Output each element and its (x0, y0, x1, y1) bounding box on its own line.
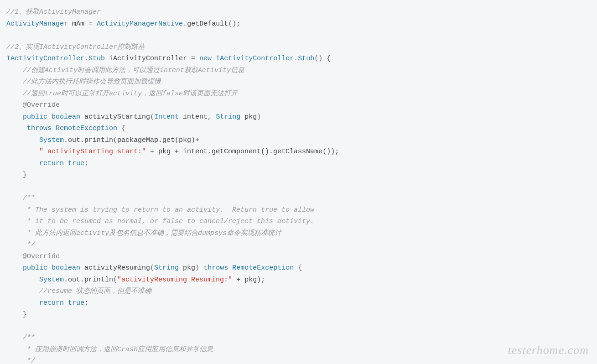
type-token: Stub (88, 55, 105, 62)
keyword-public: public (6, 113, 47, 121)
method-name: activityResuming (84, 264, 150, 272)
operator: = (191, 55, 195, 62)
type-token: ActivityManagerNative (93, 20, 183, 28)
keyword-boolean: boolean (47, 113, 84, 121)
keyword-return: return (6, 299, 64, 307)
paren: ( (150, 264, 154, 272)
javadoc-line: * 应用崩溃时回调方法，返回Crash应用应用信息和异常信息 (6, 346, 213, 354)
dot: . (183, 20, 187, 28)
brace: } (6, 171, 27, 179)
keyword-true: true (64, 299, 84, 307)
comment-line: //1、获取ActivityManager (6, 8, 101, 16)
keyword-public: public (6, 264, 47, 272)
semicolon: ; (84, 299, 88, 307)
type-token: Intent (154, 113, 179, 121)
keyword-throws: throws (6, 125, 56, 132)
paren: ( (150, 113, 154, 121)
comment-line: //resume 状态的页面，但是不准确 (6, 287, 151, 295)
paren: ) (257, 113, 261, 121)
keyword-true: true (64, 160, 84, 167)
expr: + pkg + intent.getComponent().getClassNa… (146, 148, 339, 156)
javadoc-line: * it to be resumed as normal, or false t… (6, 218, 314, 225)
param: pkg (179, 264, 195, 272)
comment-line: //此方法内执行耗时操作会导致页面加载缓慢 (6, 78, 161, 86)
string-literal: "activityResuming Resuming:" (117, 276, 232, 284)
operator: = (88, 20, 93, 28)
keyword-throws: throws (199, 264, 232, 272)
param: pkg (240, 113, 257, 121)
type-token: String (212, 113, 240, 121)
javadoc-close: */ (6, 357, 35, 364)
args: (packageMap.get(pkg)+ (113, 136, 199, 144)
method-name: activityStarting (84, 113, 150, 121)
brace: } (6, 311, 27, 318)
param: intent (179, 113, 208, 121)
dot-out: .out. (64, 136, 84, 144)
javadoc-open: /** (6, 334, 35, 342)
javadoc-line: * 此方法内返回activity及包名信息不准确，需要结合dumpsys命令实现… (6, 229, 281, 237)
type-token: IActivityController (216, 55, 294, 62)
comment-line: //返回true时可以正常打开activity，返回false时该页面无法打开 (6, 90, 238, 98)
type-token: Stub (298, 55, 314, 62)
variable: iActivityController (105, 55, 191, 62)
annotation-override: @Override (6, 101, 60, 109)
punctuation: (); (228, 20, 240, 28)
comma: , (208, 113, 212, 121)
dot: . (84, 55, 88, 62)
variable: mAm (68, 20, 88, 28)
keyword-return: return (6, 160, 64, 167)
keyword-boolean: boolean (47, 264, 84, 272)
dot: . (294, 55, 298, 62)
keyword-new: new (195, 55, 216, 62)
javadoc-line: * The system is trying to return to an a… (6, 206, 314, 214)
annotation-override: @Override (6, 253, 60, 260)
comment-line: //创建Activity时会调用此方法，可以通过intent获取Activity… (6, 67, 244, 74)
type-token: RemoteException (56, 125, 117, 132)
semicolon: ; (84, 160, 88, 167)
method-call: println (84, 136, 113, 144)
brace: { (294, 264, 302, 272)
string-literal: " activityStarting start:" (6, 148, 146, 156)
expr: + pkg); (232, 276, 265, 284)
brace: { (117, 125, 125, 132)
javadoc-close: */ (6, 241, 35, 249)
code-block: //1、获取ActivityManager ActivityManager mA… (6, 6, 591, 364)
type-token: IActivityController (6, 55, 84, 62)
type-token: String (154, 264, 179, 272)
comment-line: //2、实现IActivityController控制路基 (6, 43, 145, 51)
paren: ) (195, 264, 199, 272)
paren: ( (113, 276, 117, 284)
watermark-text: testerhome.com (508, 340, 589, 360)
type-token: System (6, 136, 64, 144)
type-token: System (6, 276, 64, 284)
method-call: println (84, 276, 113, 284)
type-token: RemoteException (232, 264, 294, 272)
javadoc-open: /** (6, 194, 35, 202)
type-token: ActivityManager (6, 20, 68, 28)
method-call: getDefault (187, 20, 228, 28)
dot-out: .out. (64, 276, 84, 284)
brace: () { (314, 55, 331, 62)
